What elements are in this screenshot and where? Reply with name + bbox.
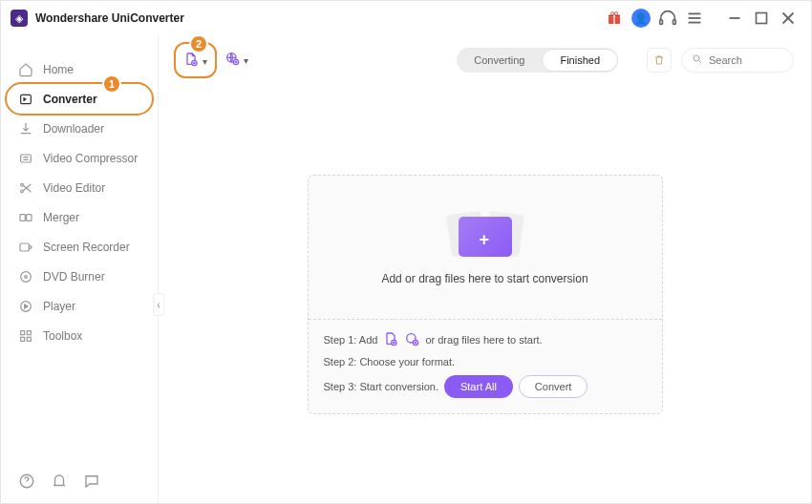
sidebar-item-label: Merger [43,211,79,224]
svg-point-22 [21,271,32,282]
sidebar-item-label: Video Compressor [43,152,138,165]
chevron-down-icon: ▾ [203,56,207,67]
sidebar-item-label: Video Editor [43,181,105,195]
annotation-badge-2: 2 [189,34,208,53]
svg-rect-25 [21,330,25,334]
svg-rect-15 [21,155,32,162]
step1-prefix: Step 1: Add [324,334,378,346]
gift-icon[interactable] [604,8,625,29]
dropzone[interactable]: + Add or drag files here to start conver… [308,175,663,414]
toolbar: ▾ 2 ▾ Converting Finished [159,35,811,85]
step2-text: Step 2: Choose your format. [324,356,456,368]
close-icon[interactable] [778,8,799,29]
add-url-icon [404,331,419,348]
folder-plus-icon: + [447,209,524,259]
svg-rect-2 [613,15,614,24]
sidebar-collapse-button[interactable]: ‹ [153,293,164,316]
scissors-icon [18,180,33,196]
step1-suffix: or drag files here to start. [425,334,542,346]
trash-button[interactable] [647,48,672,73]
merger-icon [18,210,33,225]
disc-icon [18,269,33,284]
sidebar-item-player[interactable]: Player [1,291,158,321]
add-file-button[interactable]: ▾ 2 [176,44,215,76]
sidebar-item-dvd[interactable]: DVD Burner [1,262,158,291]
sidebar-item-label: Converter [43,93,97,106]
svg-point-3 [610,12,613,15]
headset-icon[interactable] [657,8,678,29]
svg-rect-20 [20,243,29,251]
search-icon [692,52,703,69]
add-url-button[interactable]: ▾ [224,51,248,70]
svg-rect-11 [757,13,767,24]
dropzone-steps: Step 1: Add or drag files here to start.… [309,319,662,413]
add-file-icon [183,52,199,71]
svg-rect-6 [673,20,676,25]
maximize-icon[interactable] [751,8,772,29]
feedback-icon[interactable] [83,472,100,490]
search-input[interactable] [709,54,785,66]
add-url-icon [224,51,240,70]
svg-point-21 [29,245,32,248]
play-icon [18,299,33,314]
svg-rect-26 [27,330,31,334]
segment-converting[interactable]: Converting [457,49,542,72]
bell-icon[interactable] [51,472,68,490]
svg-point-17 [21,190,24,193]
sidebar-item-label: Downloader [43,122,104,136]
sidebar-item-label: Home [43,63,74,76]
svg-rect-27 [21,337,25,341]
sidebar-item-label: Toolbox [43,329,82,343]
sidebar-item-label: Screen Recorder [43,241,130,254]
minimize-icon[interactable] [724,8,745,29]
sidebar-item-home[interactable]: Home [1,54,158,84]
recorder-icon [18,240,33,255]
svg-rect-28 [27,337,31,341]
home-icon [18,62,33,77]
svg-point-33 [694,55,699,61]
app-window: ◈ Wondershare UniConverter 👤 Home Conver… [0,0,812,504]
sidebar-footer [1,463,158,503]
titlebar: ◈ Wondershare UniConverter 👤 [1,1,811,35]
convert-button[interactable]: Convert [519,375,588,398]
dropzone-text: Add or drag files here to start conversi… [381,272,588,285]
segment-finished[interactable]: Finished [542,49,618,72]
svg-rect-18 [20,214,25,220]
sidebar-item-merger[interactable]: Merger [1,202,158,232]
compressor-icon [18,151,33,166]
chevron-down-icon: ▾ [244,55,248,66]
sidebar-item-compressor[interactable]: Video Compressor [1,143,158,173]
sidebar: Home Converter 1 Downloader Video Compre… [1,35,159,503]
svg-point-16 [21,183,24,186]
step3-prefix: Step 3: Start conversion. [324,381,438,392]
hamburger-icon[interactable] [684,8,705,29]
sidebar-item-toolbox[interactable]: Toolbox [1,321,158,350]
downloader-icon [18,121,33,136]
svg-rect-19 [27,214,32,220]
sidebar-item-label: DVD Burner [43,270,105,284]
status-segment: Converting Finished [457,48,618,73]
sidebar-item-downloader[interactable]: Downloader [1,114,158,143]
avatar[interactable]: 👤 [630,8,652,29]
help-icon[interactable] [18,472,35,490]
annotation-badge-1: 1 [102,74,121,94]
start-all-button[interactable]: Start All [444,375,513,398]
content-area: + Add or drag files here to start conver… [159,85,811,503]
sidebar-item-label: Player [43,300,75,313]
add-file-icon [383,331,398,348]
svg-point-4 [614,12,617,15]
svg-point-23 [25,275,28,278]
svg-rect-5 [660,20,663,25]
sidebar-item-recorder[interactable]: Screen Recorder [1,232,158,262]
converter-icon [18,92,33,107]
search-box[interactable] [681,48,794,73]
app-logo: ◈ [11,10,28,27]
grid-icon [18,328,33,344]
sidebar-item-editor[interactable]: Video Editor [1,173,158,202]
app-title: Wondershare UniConverter [35,11,184,25]
sidebar-item-converter[interactable]: Converter 1 [7,84,152,114]
main-panel: ▾ 2 ▾ Converting Finished [159,35,811,503]
